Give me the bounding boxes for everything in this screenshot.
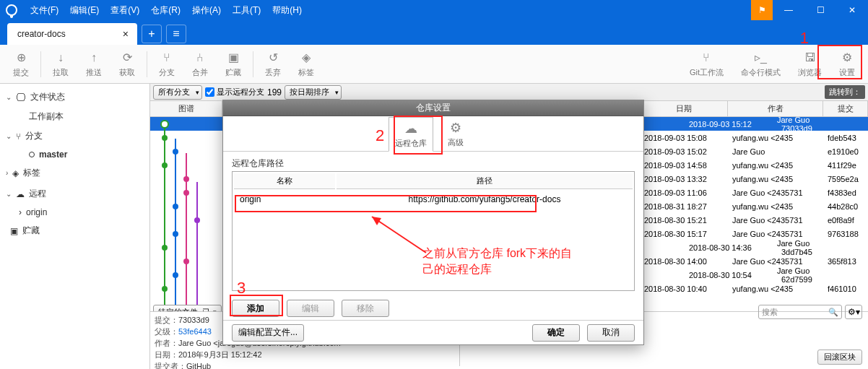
commit-icon: ⊕ <box>14 51 28 65</box>
edit-config-button[interactable]: 编辑配置文件... <box>232 324 304 342</box>
menu-edit[interactable]: 编辑(E) <box>64 4 105 17</box>
svg-point-10 <box>173 204 178 209</box>
discard-icon: ↺ <box>266 51 280 65</box>
settings-button[interactable]: ⚙设置 <box>830 48 864 81</box>
menu-action[interactable]: 操作(A) <box>186 4 227 17</box>
remove-remote-button[interactable]: 移除 <box>342 300 389 317</box>
th-name: 名称 <box>234 173 335 189</box>
add-remote-button[interactable]: 添加 <box>232 300 279 317</box>
stash-button[interactable]: ▣贮藏 <box>217 48 250 81</box>
repo-settings-modal: 仓库设置 ☁远程仓库 ⚙高级 远程仓库路径 名称路径 originhttps:/… <box>222 100 644 345</box>
app-logo-icon <box>6 4 17 16</box>
sidebar-branches[interactable]: ⌄⑂分支 <box>0 126 149 147</box>
show-remote-checkbox[interactable]: 显示远程分支 <box>205 87 264 97</box>
col-author[interactable]: 作者 <box>728 101 823 116</box>
gitflow-button[interactable]: ⑂Git工作流 <box>681 48 732 81</box>
close-button[interactable]: ✕ <box>836 0 868 20</box>
branch-button[interactable]: ⑂分支 <box>150 48 183 81</box>
svg-point-16 <box>162 286 168 292</box>
sidebar-branch-master[interactable]: master <box>0 147 149 162</box>
search-input[interactable]: 搜索🔍 <box>758 305 842 319</box>
flag-icon[interactable]: ⚑ <box>751 0 773 20</box>
modal-tabs: ☁远程仓库 ⚙高级 <box>223 116 643 152</box>
push-icon: ↑ <box>87 51 101 65</box>
svg-point-6 <box>173 149 178 155</box>
ok-button[interactable]: 确定 <box>532 324 580 342</box>
browser-button[interactable]: 🖫浏览器 <box>789 48 830 81</box>
branch-icon: ⑂ <box>160 51 174 65</box>
remote-row-origin[interactable]: originhttps://github.com/yufang5/creator… <box>234 191 633 208</box>
gear-icon: ⚙ <box>840 51 854 65</box>
cloud-icon: ☁ <box>404 121 417 136</box>
commit-graph-icon <box>150 117 222 305</box>
svg-point-13 <box>162 245 168 251</box>
stash-icon: ▣ <box>226 51 240 65</box>
discard-button[interactable]: ↺丢弃 <box>256 48 290 81</box>
sidebar-stashes[interactable]: ▣贮藏 <box>0 220 149 241</box>
list-settings-button[interactable]: ⚙▾ <box>845 305 862 319</box>
edit-remote-button[interactable]: 编辑 <box>287 300 334 317</box>
branch-filter-dropdown[interactable]: 所有分支 <box>153 85 202 100</box>
sidebar-remote-origin[interactable]: ›origin <box>0 204 149 220</box>
merge-button[interactable]: ⑃合并 <box>183 48 217 81</box>
svg-point-9 <box>183 190 189 196</box>
remote-table: 名称路径 originhttps://github.com/yufang5/cr… <box>232 171 635 291</box>
sidebar-working-copy[interactable]: 工作副本 <box>0 108 149 126</box>
col-date[interactable]: 日期 <box>640 101 728 116</box>
modal-tab-advanced[interactable]: ⚙高级 <box>433 116 478 151</box>
gear-icon: ⚙ <box>450 120 461 136</box>
commit-button[interactable]: ⊕提交 <box>4 48 38 81</box>
svg-point-15 <box>173 272 178 278</box>
svg-point-11 <box>194 217 200 223</box>
merge-icon: ⑃ <box>193 51 207 65</box>
menu-tool[interactable]: 工具(T) <box>227 4 266 17</box>
sidebar-tags[interactable]: ›◈标签 <box>0 162 149 183</box>
titlebar: 文件(F) 编辑(E) 查看(V) 仓库(R) 操作(A) 工具(T) 帮助(H… <box>0 0 868 20</box>
pull-button[interactable]: ↓拉取 <box>44 48 77 81</box>
sort-dropdown[interactable]: 按日期排序 <box>285 85 342 100</box>
cancel-button[interactable]: 取消 <box>587 324 635 342</box>
push-button[interactable]: ↑推送 <box>77 48 110 81</box>
tab-add-button[interactable]: + <box>142 25 162 43</box>
tab-close-icon[interactable]: × <box>120 28 131 40</box>
tab-menu-button[interactable]: ≡ <box>166 25 186 43</box>
th-path: 路径 <box>337 173 633 189</box>
browser-icon: 🖫 <box>803 51 817 65</box>
maximize-button[interactable]: ☐ <box>804 0 836 20</box>
sidebar-file-status[interactable]: ⌄🖵文件状态 <box>0 87 149 108</box>
toolbar: ⊕提交 ↓拉取 ↑推送 ⟳获取 ⑂分支 ⑃合并 ▣贮藏 ↺丢弃 ◈标签 ⑂Git… <box>0 45 868 84</box>
menu-file[interactable]: 文件(F) <box>25 4 64 17</box>
sidebar: ⌄🖵文件状态 工作副本 ⌄⑂分支 master ›◈标签 ⌄☁远程 ›origi… <box>0 84 150 369</box>
filter-bar: 所有分支 显示远程分支199 按日期排序 跳转到： <box>150 84 868 101</box>
modal-tab-remote[interactable]: ☁远程仓库 <box>389 117 433 152</box>
tag-icon: ◈ <box>299 51 313 65</box>
sidebar-remotes[interactable]: ⌄☁远程 <box>0 183 149 204</box>
tabbar: creator-docs × + ≡ <box>0 20 868 45</box>
tag-button[interactable]: ◈标签 <box>290 48 323 81</box>
menu-repo[interactable]: 仓库(R) <box>145 4 186 17</box>
svg-point-8 <box>183 176 189 182</box>
minimize-button[interactable]: — <box>773 0 804 20</box>
col-graph[interactable]: 图谱 <box>150 101 222 116</box>
modal-title: 仓库设置 <box>223 100 643 116</box>
menu-view[interactable]: 查看(V) <box>105 4 145 17</box>
terminal-button[interactable]: ▹_命令行模式 <box>732 48 789 81</box>
jump-to-label[interactable]: 跳转到： <box>825 85 865 99</box>
svg-point-5 <box>162 135 168 141</box>
col-commit[interactable]: 提交 <box>823 101 868 116</box>
fetch-icon: ⟳ <box>120 51 134 65</box>
tab-label: creator-docs <box>17 29 66 39</box>
menu-help[interactable]: 帮助(H) <box>266 4 308 17</box>
gitflow-icon: ⑂ <box>699 51 713 65</box>
pull-icon: ↓ <box>53 51 68 65</box>
terminal-icon: ▹_ <box>754 51 768 65</box>
fetch-button[interactable]: ⟳获取 <box>110 48 144 81</box>
svg-point-12 <box>173 231 178 237</box>
repo-tab[interactable]: creator-docs × <box>7 23 137 45</box>
svg-point-4 <box>161 121 168 128</box>
return-block-button[interactable]: 回滚区块 <box>817 350 862 365</box>
remote-path-label: 远程仓库路径 <box>232 157 635 170</box>
svg-point-14 <box>183 259 189 264</box>
svg-point-7 <box>162 162 168 168</box>
